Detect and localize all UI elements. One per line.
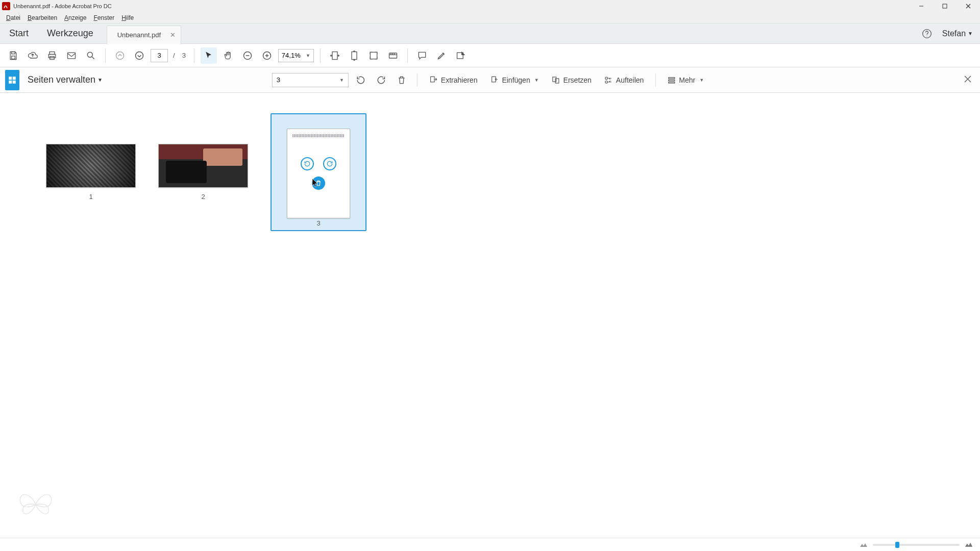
split-button[interactable]: Aufteilen (600, 72, 648, 88)
window-title: Unbenannt.pdf - Adobe Acrobat Pro DC (13, 3, 112, 9)
menu-fenster[interactable]: Fenster (90, 13, 117, 22)
delete-page-icon[interactable] (394, 72, 410, 88)
separator (655, 73, 655, 87)
print-icon[interactable] (44, 47, 60, 64)
tab-start[interactable]: Start (0, 23, 38, 43)
tab-close-icon[interactable]: ✕ (170, 31, 176, 39)
close-panel-button[interactable] (964, 75, 972, 85)
menu-bearbeiten[interactable]: Bearbeiten (24, 13, 60, 22)
hand-tool-icon[interactable] (220, 47, 236, 64)
thumbnail-label: 1 (89, 193, 92, 201)
cursor-icon (312, 178, 319, 189)
svg-rect-32 (13, 77, 16, 80)
page-separator: / (171, 52, 177, 59)
thumbnail-image (158, 144, 248, 188)
close-button[interactable] (957, 0, 980, 12)
extract-button[interactable]: Extrahieren (425, 72, 482, 88)
chevron-down-icon: ▼ (306, 53, 310, 58)
replace-button[interactable]: Ersetzen (547, 72, 596, 88)
fit-page-icon[interactable] (346, 47, 362, 64)
more-button[interactable]: Mehr▼ (663, 72, 708, 88)
svg-rect-23 (352, 52, 357, 59)
thumbnail-label: 3 (287, 219, 350, 227)
svg-rect-22 (332, 52, 337, 59)
menu-datei[interactable]: Datei (3, 13, 23, 22)
svg-point-5 (922, 29, 931, 38)
window-controls (910, 0, 980, 12)
rotate-ccw-icon[interactable] (353, 72, 369, 88)
svg-rect-12 (68, 53, 76, 59)
titlebar: Unbenannt.pdf - Adobe Acrobat Pro DC (0, 0, 980, 12)
tab-row: Start Werkzeuge Unbenannt.pdf ✕ Stefan▼ (0, 23, 980, 44)
search-icon[interactable] (83, 47, 99, 64)
svg-rect-35 (431, 77, 435, 82)
page-number-input[interactable] (151, 49, 168, 62)
svg-point-40 (605, 81, 608, 83)
menu-anzeige[interactable]: Anzeige (61, 13, 89, 22)
zoom-small-icon[interactable] (860, 540, 868, 549)
zoom-select[interactable]: 74,1%▼ (278, 49, 314, 62)
rotate-cw-icon[interactable] (373, 72, 389, 88)
main-toolbar: / 3 74,1%▼ (0, 44, 980, 67)
zoom-slider[interactable] (873, 544, 960, 546)
signature-icon[interactable] (453, 47, 469, 64)
svg-line-14 (92, 57, 94, 59)
rotate-cw-icon[interactable] (323, 157, 336, 170)
tab-document[interactable]: Unbenannt.pdf ✕ (107, 26, 181, 44)
svg-point-39 (605, 77, 608, 80)
save-icon[interactable] (5, 47, 21, 64)
page-down-icon[interactable] (131, 47, 148, 64)
help-icon[interactable] (919, 26, 935, 42)
svg-point-6 (926, 35, 927, 36)
zoom-in-icon[interactable] (259, 47, 275, 64)
user-menu[interactable]: Stefan▼ (942, 29, 973, 38)
separator (320, 48, 321, 63)
tab-tools[interactable]: Werkzeuge (38, 23, 103, 43)
zoom-large-icon[interactable] (965, 540, 973, 549)
select-tool-icon[interactable] (201, 47, 217, 64)
chevron-down-icon: ▼ (699, 78, 704, 83)
svg-rect-33 (9, 80, 12, 83)
butterfly-watermark-icon (15, 487, 56, 522)
menubar: Datei Bearbeiten Anzeige Fenster Hilfe (0, 12, 980, 23)
zoom-out-icon[interactable] (239, 47, 256, 64)
rotate-ccw-icon[interactable] (301, 157, 314, 170)
separator (194, 48, 194, 63)
separator (407, 48, 408, 63)
page-select[interactable]: 3▼ (272, 73, 349, 87)
svg-rect-34 (13, 80, 16, 83)
svg-rect-25 (389, 53, 397, 58)
zoom-slider-knob[interactable] (895, 542, 899, 548)
chevron-down-icon: ▼ (534, 78, 539, 83)
chevron-down-icon: ▼ (339, 78, 344, 83)
highlight-icon[interactable] (433, 47, 450, 64)
page-total: 3 (180, 52, 188, 59)
page-up-icon[interactable] (112, 47, 128, 64)
tab-document-label: Unbenannt.pdf (117, 31, 161, 39)
organize-pages-toolbar: Seiten verwalten▼ 3▼ Extrahieren Einfüge… (0, 67, 980, 93)
svg-rect-7 (12, 52, 15, 54)
organize-pages-title[interactable]: Seiten verwalten▼ (22, 74, 103, 85)
svg-point-16 (136, 52, 143, 59)
svg-rect-31 (9, 77, 12, 80)
insert-button[interactable]: Einfügen▼ (485, 72, 543, 88)
svg-point-15 (116, 52, 124, 59)
page-actions-overlay (287, 129, 350, 218)
cloud-upload-icon[interactable] (24, 47, 41, 64)
comment-icon[interactable] (414, 47, 430, 64)
read-mode-icon[interactable] (385, 47, 401, 64)
svg-rect-8 (12, 56, 15, 59)
page-thumbnail-2[interactable]: 2 (158, 144, 248, 201)
separator (105, 48, 106, 63)
maximize-button[interactable] (933, 0, 957, 12)
menu-hilfe[interactable]: Hilfe (118, 13, 137, 22)
fit-width-icon[interactable] (327, 47, 343, 64)
mail-icon[interactable] (63, 47, 80, 64)
page-thumbnail-1[interactable]: 1 (46, 144, 136, 201)
thumbnails-area: 1 2 3 (0, 93, 980, 538)
svg-rect-24 (370, 52, 377, 59)
fullscreen-icon[interactable] (365, 47, 382, 64)
page-thumbnail-3[interactable]: 3 (271, 113, 366, 231)
thumbnail-image (287, 129, 350, 218)
minimize-button[interactable] (910, 0, 933, 12)
